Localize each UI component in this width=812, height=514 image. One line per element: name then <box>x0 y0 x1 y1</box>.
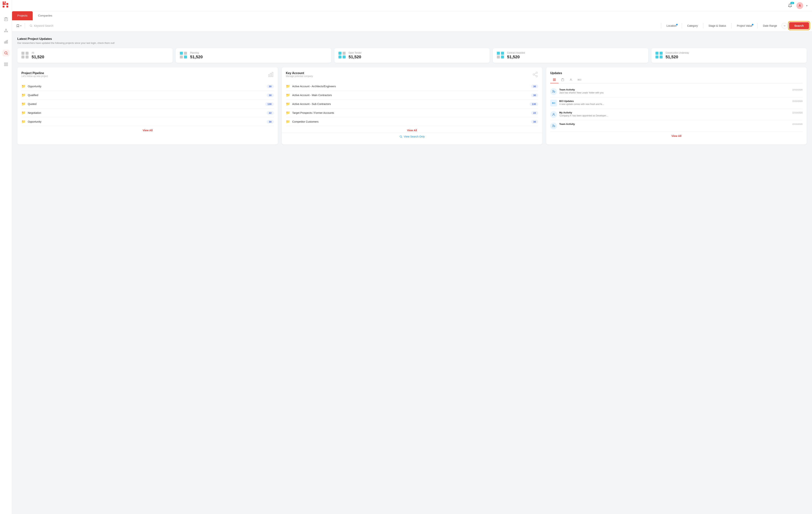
search-bar: ▾ Keyword Search Location Category Stage… <box>12 20 812 32</box>
avatar[interactable]: A <box>796 2 803 9</box>
bookmark-button[interactable]: ▾ <box>15 23 23 29</box>
updates-tab-bci[interactable]: BCI <box>575 77 584 83</box>
stat-construction[interactable]: Construction Underway 51,520 <box>651 48 807 63</box>
clipboard-icon[interactable] <box>3 16 9 23</box>
update-item-3: Team Activity 22/10/2020 <box>550 120 803 132</box>
project-value-dot <box>752 24 753 25</box>
updates-tab-grid[interactable] <box>550 77 558 83</box>
section-title: Latest Project Updates <box>17 37 807 41</box>
view-search-only-button[interactable]: View Search Only <box>282 133 542 140</box>
keyword-placeholder: Keyword Search <box>34 24 53 27</box>
key-account-item-2[interactable]: 📁 Active Account - Sub Contractors 130 <box>286 100 538 109</box>
update-avatar-bci: BCI <box>550 100 557 106</box>
stat-construction-icon <box>656 52 663 59</box>
svg-rect-15 <box>6 41 6 43</box>
folder-icon: 📁 <box>286 84 290 88</box>
project-value-filter[interactable]: Project Value <box>734 23 755 29</box>
update-title-1: BCI Updates <box>559 100 574 103</box>
search-button[interactable]: Search <box>789 22 809 29</box>
update-title-2: My Activity <box>559 111 572 114</box>
pipeline-count-1: 30 <box>267 93 274 97</box>
update-date-2: 22/10/2020 <box>792 111 803 114</box>
updates-tab-clipboard[interactable] <box>558 77 567 83</box>
key-account-item-0[interactable]: 📁 Active Account - Architects/Engineers … <box>286 82 538 91</box>
stat-all[interactable]: All 51,520 <box>17 48 173 63</box>
update-item-2: My Activity 22/10/2020 'Company A' has b… <box>550 109 803 120</box>
stat-open-tender[interactable]: Open Tender 51,520 <box>334 48 490 63</box>
stat-planning[interactable]: Planning 51,520 <box>176 48 331 63</box>
key-account-label-0: Active Account - Architects/Engineers <box>292 85 336 88</box>
key-account-count-2: 130 <box>529 102 538 106</box>
pipeline-label-0: Opportunity <box>28 85 41 88</box>
pipeline-item-3[interactable]: 📁 Negotiation 22 <box>22 109 274 117</box>
stat-open-tender-label: Open Tender <box>349 52 361 54</box>
pipeline-label-2: Quoted <box>28 103 36 106</box>
svg-point-44 <box>553 113 554 114</box>
app-logo[interactable] <box>3 3 9 10</box>
update-date-0: 22/10/2020 <box>792 88 803 91</box>
svg-point-8 <box>6 29 6 30</box>
stat-planning-icon <box>180 52 187 59</box>
view-search-only-label: View Search Only <box>404 135 425 138</box>
key-account-item-1[interactable]: 📁 Active Account - Main Contractors 30 <box>286 91 538 100</box>
key-account-card: Key Account Manage potential company 📁 A… <box>282 67 542 144</box>
stat-construction-label: Construction Underway <box>666 52 689 54</box>
pipeline-view-all[interactable]: View All <box>22 126 274 133</box>
latest-updates-section: Latest Project Updates Our researchers h… <box>17 37 807 144</box>
bar-chart-icon[interactable] <box>3 38 9 45</box>
network-icon[interactable] <box>3 27 9 34</box>
svg-point-41 <box>570 79 571 80</box>
svg-rect-27 <box>272 72 273 77</box>
pipeline-item-2[interactable]: 📁 Quoted 130 <box>22 100 274 109</box>
pipeline-title: Project Pipeline <box>22 72 48 75</box>
location-dot <box>676 24 678 25</box>
folder-icon: 📁 <box>286 93 290 97</box>
location-filter[interactable]: Location <box>664 23 679 29</box>
search-icon[interactable] <box>3 50 9 56</box>
update-avatar-3 <box>550 123 557 129</box>
svg-point-17 <box>4 52 7 54</box>
category-filter[interactable]: Category <box>684 23 701 29</box>
stat-all-icon <box>22 52 29 59</box>
stat-contract-awarded-icon <box>497 52 504 59</box>
apps-grid-icon[interactable] <box>3 61 9 68</box>
notification-button[interactable]: 22 <box>787 2 793 9</box>
stat-contract-label: Contract Awarded <box>507 52 525 54</box>
folder-icon: 📁 <box>22 84 26 88</box>
folder-icon: 📁 <box>22 93 26 97</box>
svg-line-11 <box>5 29 6 31</box>
svg-rect-16 <box>7 40 7 44</box>
key-account-item-4[interactable]: 📁 Competitor Customers 30 <box>286 117 538 126</box>
svg-rect-3 <box>4 3 6 5</box>
svg-rect-2 <box>3 3 4 5</box>
folder-icon: 📁 <box>22 102 26 106</box>
updates-title: Updates <box>550 72 803 75</box>
svg-rect-22 <box>6 65 7 66</box>
dropdown-arrow-icon[interactable]: ▾ <box>806 4 808 7</box>
svg-rect-14 <box>4 42 5 43</box>
tab-companies[interactable]: Companies <box>33 11 58 20</box>
tab-projects[interactable]: Projects <box>12 11 33 20</box>
stat-planning-label: Planning <box>190 52 203 54</box>
stat-planning-value: 51,520 <box>190 55 203 59</box>
key-account-label-3: Target Prospects / Former Accounts <box>292 111 334 114</box>
project-pipeline-card: Project Pipeline Let's follow-up new pro… <box>17 67 278 144</box>
update-item-1: BCI BCI Updates 22/10/2020 A new update … <box>550 98 803 109</box>
keyword-search-input[interactable]: Keyword Search <box>27 23 659 28</box>
updates-view-all[interactable]: View All <box>550 132 803 138</box>
updates-tab-person[interactable] <box>567 77 575 83</box>
main-content: 22 A ▾ Projects Companies ▾ Keyword Sear… <box>12 0 812 514</box>
key-account-view-all[interactable]: View All <box>286 126 538 133</box>
stats-row: All 51,520 Planning 51,520 <box>17 48 807 63</box>
stat-open-tender-icon <box>339 52 346 59</box>
stage-status-filter[interactable]: Stage & Status <box>706 23 729 29</box>
key-account-item-3[interactable]: 📁 Target Prospects / Former Accounts 22 <box>286 109 538 117</box>
svg-rect-36 <box>555 79 555 80</box>
pipeline-item-0[interactable]: 📁 Opportunity 30 <box>22 82 274 91</box>
pipeline-item-4[interactable]: 📁 Opportunity 30 <box>22 117 274 126</box>
update-date-3: 22/10/2020 <box>792 123 803 125</box>
expand-filters-button[interactable] <box>782 23 788 29</box>
pipeline-item-1[interactable]: 📁 Qualified 30 <box>22 91 274 100</box>
date-range-filter[interactable]: Date Range <box>760 23 780 29</box>
stat-contract-awarded[interactable]: Contract Awarded 51,520 <box>493 48 648 63</box>
